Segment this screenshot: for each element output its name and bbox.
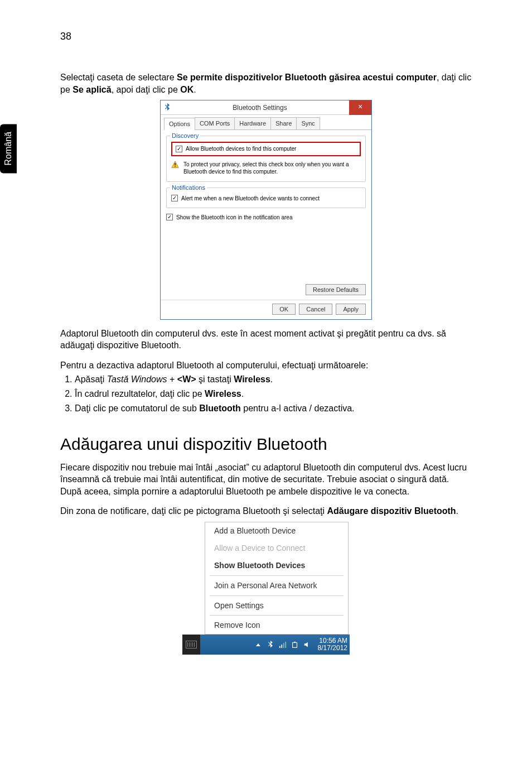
tray-bluetooth-icon[interactable]	[267, 641, 274, 648]
main-content: Selectaţi caseta de selectare Se permite…	[60, 71, 472, 655]
paragraph-notification-click: Din zona de notificare, daţi clic pe pic…	[60, 505, 472, 517]
paragraph-intro: Selectaţi caseta de selectare Se permite…	[60, 71, 472, 95]
text-italic: Tastă Windows	[107, 374, 167, 384]
svg-rect-2	[279, 646, 280, 648]
show-icon-row: ✓ Show the Bluetooth icon in the notific…	[166, 214, 366, 222]
svg-rect-6	[292, 643, 297, 648]
menu-separator	[210, 595, 344, 596]
bluetooth-context-menu: Add a Bluetooth Device Allow a Device to…	[205, 522, 349, 635]
restore-defaults-button[interactable]: Restore Defaults	[306, 284, 366, 295]
show-icon-checkbox[interactable]: ✓	[166, 214, 173, 220]
text-bold: Wireless	[205, 389, 241, 398]
ok-button[interactable]: OK	[272, 304, 296, 315]
context-menu-figure: Add a Bluetooth Device Allow a Device to…	[182, 522, 350, 655]
notifications-group: Notifications ✓ Alert me when a new Blue…	[166, 188, 366, 209]
language-tab: Română	[0, 124, 17, 173]
signal-icon	[279, 641, 287, 648]
menu-remove-icon[interactable]: Remove Icon	[205, 617, 348, 634]
tab-com-ports[interactable]: COM Ports	[195, 117, 235, 129]
svg-rect-1	[175, 166, 175, 166]
text: .	[194, 85, 196, 94]
text-bold: OK	[180, 85, 194, 94]
bluetooth-icon	[164, 103, 171, 112]
alert-label: Alert me when a new Bluetooth device wan…	[181, 195, 320, 203]
text: +	[167, 374, 177, 384]
tab-share[interactable]: Share	[270, 117, 297, 129]
allow-find-label: Allow Bluetooth devices to find this com…	[186, 145, 296, 153]
paragraph-activated: Adaptorul Bluetooth din computerul dvs. …	[60, 328, 472, 352]
text: , apoi daţi clic pe	[112, 85, 181, 94]
text: În cadrul rezultatelor, daţi clic pe	[75, 389, 205, 398]
text: Selectaţi caseta de selectare	[60, 73, 177, 82]
section-heading: Adăugarea unui dispozitiv Bluetooth	[60, 433, 472, 456]
text-bold: Se aplică	[72, 85, 111, 94]
tray-network-icon[interactable]	[279, 641, 287, 648]
dialog-titlebar: Bluetooth Settings ×	[161, 100, 371, 115]
tray-volume-icon[interactable]	[303, 641, 311, 648]
menu-open-settings[interactable]: Open Settings	[205, 597, 348, 614]
menu-separator	[210, 575, 344, 576]
notifications-legend: Notifications	[170, 184, 207, 192]
keyboard-tray-button[interactable]	[182, 641, 200, 648]
text: Apăsaţi	[75, 374, 107, 384]
chevron-up-icon	[256, 643, 260, 646]
text: Daţi clic pe comutatorul de sub	[75, 403, 199, 413]
steps-list: Apăsaţi Tastă Windows + <W> şi tastaţi W…	[60, 373, 472, 414]
tab-hardware[interactable]: Hardware	[234, 117, 271, 129]
text: pentru a-l activa / dezactiva.	[241, 403, 355, 413]
step-2: În cadrul rezultatelor, daţi clic pe Wir…	[75, 388, 472, 400]
text: Din zona de notificare, daţi clic pe pic…	[60, 506, 327, 516]
svg-rect-0	[175, 163, 175, 165]
tab-options[interactable]: Options	[164, 118, 195, 130]
system-tray: 10:56 AM 8/17/2012	[200, 635, 350, 655]
step-1: Apăsaţi Tastă Windows + <W> şi tastaţi W…	[75, 373, 472, 386]
bluetooth-settings-dialog: Bluetooth Settings × Options COM Ports H…	[160, 100, 372, 319]
svg-rect-5	[285, 642, 286, 648]
dialog-tabs: Options COM Ports Hardware Share Sync	[164, 117, 371, 130]
dialog-title: Bluetooth Settings	[171, 103, 349, 112]
tab-sync[interactable]: Sync	[296, 117, 320, 129]
paragraph-pairing: Fiecare dispozitiv nou trebuie mai întâi…	[60, 462, 472, 498]
cancel-button[interactable]: Cancel	[299, 304, 332, 315]
svg-rect-4	[283, 643, 284, 648]
svg-rect-3	[281, 645, 282, 648]
step-3: Daţi clic pe comutatorul de sub Bluetoot…	[75, 402, 472, 415]
text-bold: Wireless	[234, 374, 270, 384]
bluetooth-icon	[268, 641, 273, 648]
text-bold: Bluetooth	[199, 403, 241, 413]
text: şi tastaţi	[196, 374, 234, 384]
menu-separator	[210, 615, 344, 616]
menu-add-device[interactable]: Add a Bluetooth Device	[205, 522, 348, 540]
svg-rect-7	[294, 642, 296, 643]
text: .	[270, 374, 273, 384]
battery-icon	[291, 641, 299, 648]
speaker-icon	[303, 641, 311, 648]
text-bold: Se permite dispozitivelor Bluetooth găsi…	[177, 73, 437, 82]
menu-allow-connect: Allow a Device to Connect	[205, 540, 348, 557]
menu-join-pan[interactable]: Join a Personal Area Network	[205, 577, 348, 594]
discovery-legend: Discovery	[170, 132, 200, 140]
paragraph-deactivate-intro: Pentru a dezactiva adaptorul Bluetooth a…	[60, 359, 472, 372]
close-button[interactable]: ×	[349, 100, 371, 115]
allow-find-checkbox[interactable]: ✓	[176, 146, 182, 152]
menu-show-devices[interactable]: Show Bluetooth Devices	[205, 557, 348, 574]
allow-find-highlight: ✓ Allow Bluetooth devices to find this c…	[171, 142, 361, 156]
warning-text: To protect your privacy, select this che…	[183, 161, 361, 176]
text: .	[456, 506, 458, 516]
clock-date: 8/17/2012	[318, 645, 347, 652]
discovery-group: Discovery ✓ Allow Bluetooth devices to f…	[166, 136, 366, 182]
keyboard-icon	[186, 641, 197, 648]
warning-icon	[171, 161, 179, 169]
text-bold: <W>	[177, 374, 196, 384]
page-number: 38	[60, 31, 71, 42]
text-bold: Adăugare dispozitiv Bluetooth	[327, 506, 456, 516]
privacy-warning: To protect your privacy, select this che…	[171, 161, 361, 176]
tray-overflow-button[interactable]	[254, 641, 262, 648]
alert-checkbox[interactable]: ✓	[171, 195, 178, 201]
show-icon-label: Show the Bluetooth icon in the notificat…	[176, 214, 292, 222]
taskbar: 10:56 AM 8/17/2012	[182, 635, 350, 655]
apply-button[interactable]: Apply	[336, 304, 366, 315]
tray-battery-icon[interactable]	[291, 641, 299, 648]
tray-clock[interactable]: 10:56 AM 8/17/2012	[315, 637, 347, 652]
text: .	[241, 389, 244, 398]
